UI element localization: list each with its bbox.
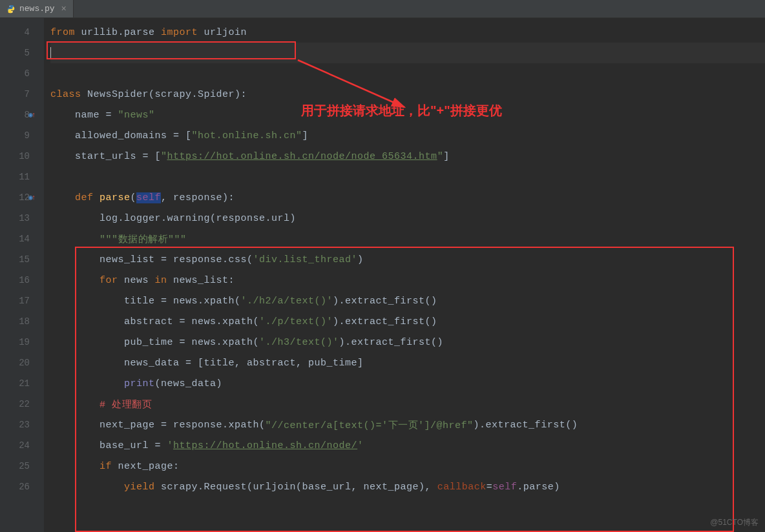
- text-caret: [50, 47, 51, 59]
- line-number: 25: [0, 456, 44, 476]
- code-line[interactable]: yield scrapy.Request(urljoin(base_url, n…: [50, 476, 765, 497]
- code-line[interactable]: allowed_domains = ["hot.online.sh.cn"]: [50, 125, 765, 146]
- annotation-text: 用于拼接请求地址，比"+"拼接更优: [301, 102, 502, 119]
- line-number: 4: [0, 22, 44, 43]
- code-line[interactable]: news_data = [title, abstract, pub_time]: [50, 353, 765, 373]
- line-number: 19: [0, 332, 44, 353]
- code-line[interactable]: [50, 63, 765, 84]
- line-number: 22: [0, 394, 44, 414]
- editor: 45678◉↑9101112◉↑131415161718192021222324…: [0, 18, 765, 532]
- code-line[interactable]: log.logger.warning(response.url): [50, 208, 765, 229]
- file-tab[interactable]: news.py ×: [0, 0, 74, 17]
- line-number: 5: [0, 43, 44, 63]
- watermark: @51CTO博客: [710, 517, 759, 528]
- line-number-gutter: 45678◉↑9101112◉↑131415161718192021222324…: [0, 18, 44, 532]
- code-line[interactable]: start_urls = ["https://hot.online.sh.cn/…: [50, 146, 765, 167]
- code-line[interactable]: # 处理翻页: [50, 394, 765, 414]
- code-line[interactable]: print(news_data): [50, 373, 765, 394]
- line-number: 14: [0, 229, 44, 249]
- line-number: 10: [0, 146, 44, 167]
- line-number: 15: [0, 249, 44, 270]
- code-area[interactable]: 用于拼接请求地址，比"+"拼接更优 from urllib.parse impo…: [44, 18, 765, 532]
- code-line[interactable]: if next_page:: [50, 456, 765, 476]
- line-number: 18: [0, 311, 44, 332]
- line-number: 23: [0, 414, 44, 435]
- code-line[interactable]: """数据的解析""": [50, 229, 765, 249]
- line-number: 17: [0, 291, 44, 311]
- code-line[interactable]: [50, 167, 765, 187]
- code-line[interactable]: def parse(self, response):: [50, 187, 765, 208]
- line-number: 12◉↑: [0, 187, 44, 208]
- line-number: 24: [0, 435, 44, 456]
- code-line[interactable]: base_url = 'https://hot.online.sh.cn/nod…: [50, 435, 765, 456]
- line-number: 6: [0, 63, 44, 84]
- code-line[interactable]: title = news.xpath('./h2/a/text()').extr…: [50, 291, 765, 311]
- code-line[interactable]: pub_time = news.xpath('./h3/text()').ext…: [50, 332, 765, 353]
- code-line[interactable]: news_list = response.css('div.list_threa…: [50, 249, 765, 270]
- tab-bar: news.py ×: [0, 0, 765, 18]
- override-gutter-icon[interactable]: ◉↑: [28, 193, 36, 202]
- line-number: 11: [0, 167, 44, 187]
- tab-close-icon[interactable]: ×: [61, 4, 67, 14]
- line-number: 26: [0, 476, 44, 497]
- line-number: 13: [0, 208, 44, 229]
- svg-point-0: [10, 6, 10, 6]
- line-number: 8◉↑: [0, 105, 44, 125]
- line-number: 16: [0, 270, 44, 291]
- code-line[interactable]: from urllib.parse import urljoin: [50, 22, 765, 43]
- python-file-icon: [6, 5, 16, 14]
- code-line[interactable]: next_page = response.xpath("//center/a[t…: [50, 414, 765, 435]
- override-gutter-icon[interactable]: ◉↑: [28, 110, 36, 119]
- line-number: 9: [0, 125, 44, 146]
- svg-point-1: [12, 11, 12, 12]
- code-line[interactable]: for news in news_list:: [50, 270, 765, 291]
- line-number: 20: [0, 353, 44, 373]
- line-number: 7: [0, 84, 44, 105]
- tab-filename: news.py: [19, 4, 55, 14]
- code-line[interactable]: abstract = news.xpath('./p/text()').extr…: [50, 311, 765, 332]
- code-line[interactable]: [50, 43, 765, 63]
- line-number: 21: [0, 373, 44, 394]
